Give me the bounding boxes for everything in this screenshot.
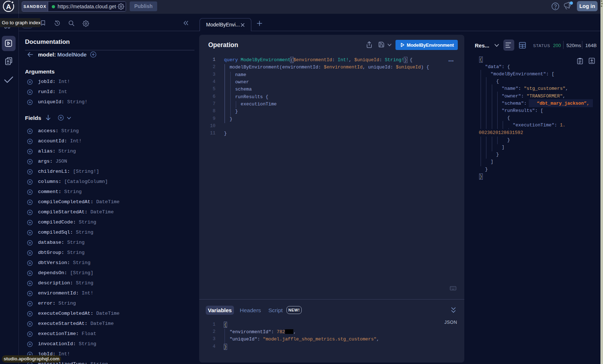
svg-text:A: A xyxy=(6,3,11,11)
